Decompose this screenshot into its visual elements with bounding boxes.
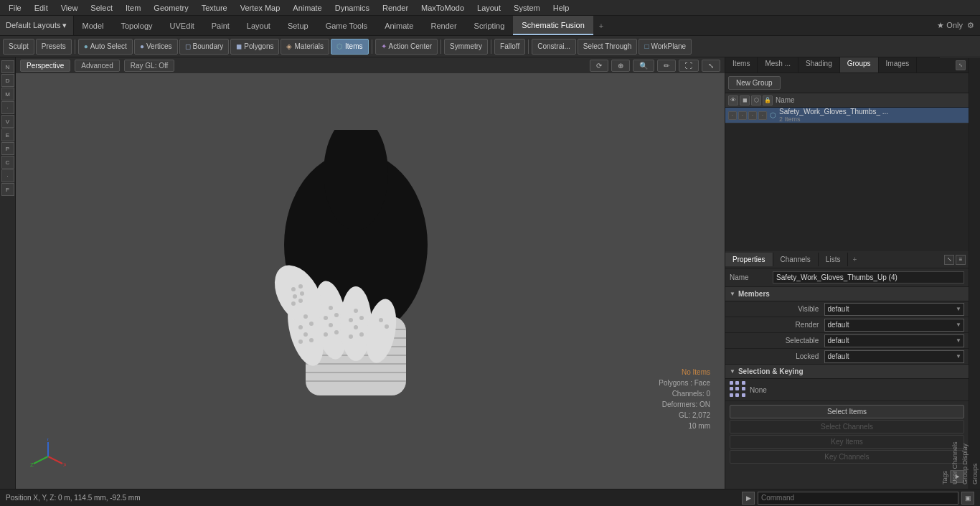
layout-tab-gametools[interactable]: Game Tools xyxy=(317,16,377,35)
tab-mesh[interactable]: Mesh ... xyxy=(758,57,798,72)
layout-tab-paint[interactable]: Paint xyxy=(203,16,238,35)
prop-tab-lists[interactable]: Lists xyxy=(819,253,849,266)
menu-dynamics[interactable]: Dynamics xyxy=(329,2,375,14)
menu-select[interactable]: Select xyxy=(85,2,118,14)
select-channels-button[interactable]: Select Channels xyxy=(730,420,964,434)
menu-render[interactable]: Render xyxy=(377,2,414,14)
symmetry-button[interactable]: Symmetry xyxy=(444,39,488,55)
group-geo[interactable]: · xyxy=(748,111,757,120)
vp-icon-6[interactable]: ⤡ xyxy=(702,60,720,72)
rslabel-user-channels[interactable]: User Channels xyxy=(950,57,960,489)
layout-selector[interactable]: Default Layouts ▾ xyxy=(0,16,74,35)
name-input[interactable] xyxy=(773,271,964,284)
action-center-button[interactable]: ✦ Action Center xyxy=(375,39,438,55)
layout-tab-animate[interactable]: Animate xyxy=(376,16,422,35)
layout-tab-scripting[interactable]: Scripting xyxy=(466,16,514,35)
menu-help[interactable]: Help xyxy=(547,2,575,14)
sculpt-button[interactable]: Sculpt xyxy=(3,39,34,55)
viewport[interactable]: Perspective Advanced Ray GL: Off ⟳ ⊕ 🔍 ✏… xyxy=(16,57,725,489)
group-name: Safety_Work_Gloves_Thumbs_ ... xyxy=(779,108,966,116)
layout-tab-uvedit[interactable]: UVEdit xyxy=(161,16,203,35)
groups-lock-icon[interactable]: 🔒 xyxy=(763,95,773,106)
materials-button[interactable]: ◈ Materials xyxy=(281,39,329,55)
groups-eye-icon[interactable]: 👁 xyxy=(728,95,738,106)
new-group-button[interactable]: New Group xyxy=(728,76,781,90)
visible-row: Visible default ▼ xyxy=(725,301,969,317)
layout-tab-schematic[interactable]: Schematic Fusion xyxy=(513,16,593,35)
left-btn-2[interactable]: D xyxy=(1,74,14,87)
left-btn-1[interactable]: N xyxy=(1,60,14,73)
vp-icon-3[interactable]: 🔍 xyxy=(633,60,654,72)
polygons-button[interactable]: ◼ Polygons xyxy=(230,39,279,55)
tab-items[interactable]: Items xyxy=(725,57,758,72)
auto-select-button[interactable]: ● Auto Select xyxy=(78,39,133,55)
group-render[interactable]: · xyxy=(738,111,747,120)
menu-layout[interactable]: Layout xyxy=(471,2,507,14)
symmetry-label: Symmetry xyxy=(450,42,482,50)
command-submit-btn[interactable]: ▣ xyxy=(961,492,974,505)
rslabel-tags[interactable]: Tags xyxy=(940,57,950,489)
left-btn-mesh[interactable]: M xyxy=(1,88,14,100)
sel-keying-section-header[interactable]: ▼ Selection & Keying xyxy=(725,365,969,379)
prop-tab-channels[interactable]: Channels xyxy=(773,253,819,266)
rslabel-groups[interactable]: Groups xyxy=(970,57,980,489)
layout-tab-setup[interactable]: Setup xyxy=(279,16,317,35)
tab-images[interactable]: Images xyxy=(879,57,918,72)
constraints-button[interactable]: Constrai... xyxy=(532,39,576,55)
members-section-header[interactable]: ▼ Members xyxy=(725,287,969,301)
items-button[interactable]: ⬡ Items xyxy=(331,39,368,55)
menu-geometry[interactable]: Geometry xyxy=(148,2,194,14)
groups-geo-icon[interactable]: ⬡ xyxy=(751,95,761,106)
menu-system[interactable]: System xyxy=(508,2,546,14)
tab-shading[interactable]: Shading xyxy=(798,57,840,72)
menu-animate[interactable]: Animate xyxy=(287,2,327,14)
group-lock[interactable]: · xyxy=(758,111,767,120)
vertices-button[interactable]: ● Vertices xyxy=(134,39,178,55)
prop-tab-add[interactable]: + xyxy=(848,253,861,266)
vp-icon-1[interactable]: ⟳ xyxy=(590,60,608,72)
group-eye[interactable]: · xyxy=(728,111,737,120)
command-expand-btn[interactable]: ▶ xyxy=(742,492,755,505)
vp-perspective-btn[interactable]: Perspective xyxy=(20,60,70,72)
layout-tab-topology[interactable]: Topology xyxy=(112,16,161,35)
menu-item[interactable]: Item xyxy=(120,2,146,14)
command-input[interactable] xyxy=(758,492,958,505)
groups-render-icon[interactable]: ◼ xyxy=(740,95,750,106)
vp-raygl-btn[interactable]: Ray GL: Off xyxy=(124,60,175,72)
vp-icon-2[interactable]: ⊕ xyxy=(611,60,630,72)
rslabel-group-display[interactable]: Group Display xyxy=(960,57,970,489)
workplane-button[interactable]: □ WorkPlane xyxy=(639,39,692,55)
tab-groups[interactable]: Groups xyxy=(840,57,879,72)
menu-texture[interactable]: Texture xyxy=(196,2,233,14)
left-btn-8[interactable]: · xyxy=(1,169,14,182)
left-btn-6[interactable]: P xyxy=(1,142,14,155)
key-items-button[interactable]: Key Items xyxy=(730,435,964,449)
vp-advanced-btn[interactable]: Advanced xyxy=(75,60,119,72)
menu-vertex-map[interactable]: Vertex Map xyxy=(235,2,286,14)
layout-add-button[interactable]: + xyxy=(593,19,609,33)
layout-tab-layout[interactable]: Layout xyxy=(238,16,279,35)
layout-settings-icon[interactable]: ⚙ xyxy=(967,21,974,30)
left-btn-9[interactable]: F xyxy=(1,183,14,196)
left-btn-3[interactable]: · xyxy=(1,101,14,114)
left-btn-7[interactable]: C xyxy=(1,156,14,169)
left-btn-4[interactable]: V xyxy=(1,115,14,128)
menu-maxtomodo[interactable]: MaxToModo xyxy=(415,2,470,14)
layout-tab-render[interactable]: Render xyxy=(422,16,465,35)
falloff-button[interactable]: Falloff xyxy=(494,39,525,55)
layout-tab-model[interactable]: Model xyxy=(74,16,113,35)
group-item-0[interactable]: · · · · ⬡ Safety_Work_Gloves_Thumbs_ ...… xyxy=(725,108,969,123)
boundary-button[interactable]: ◻ Boundary xyxy=(179,39,230,55)
vp-icon-5[interactable]: ⛶ xyxy=(679,60,699,72)
key-channels-button[interactable]: Key Channels xyxy=(730,450,964,464)
select-through-button[interactable]: Select Through xyxy=(578,39,638,55)
left-btn-5[interactable]: E xyxy=(1,128,14,141)
selectable-row: Selectable default ▼ xyxy=(725,333,969,349)
select-items-button[interactable]: Select Items xyxy=(730,405,964,418)
menu-edit[interactable]: Edit xyxy=(29,2,54,14)
vp-icon-4[interactable]: ✏ xyxy=(657,60,676,72)
prop-tab-properties[interactable]: Properties xyxy=(725,253,773,266)
menu-view[interactable]: View xyxy=(55,2,84,14)
menu-file[interactable]: File xyxy=(3,2,27,14)
presets-button[interactable]: Presets xyxy=(36,39,72,55)
